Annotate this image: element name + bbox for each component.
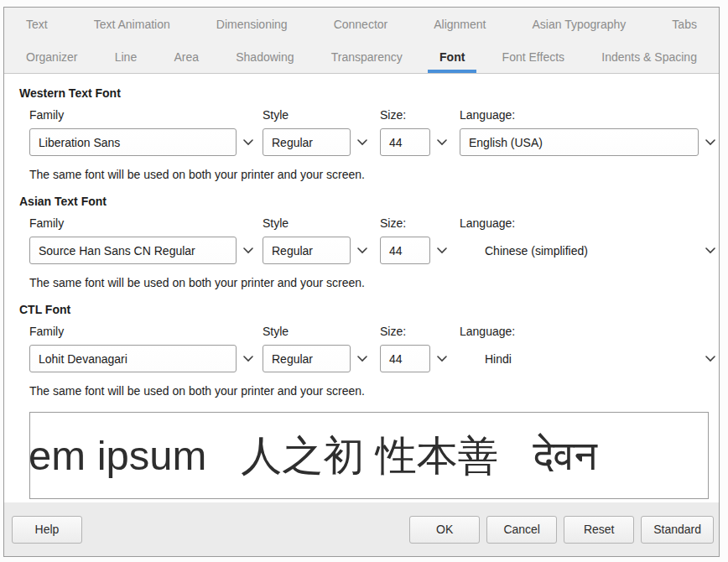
family-label: Family (29, 108, 64, 122)
tab-strip: Text Text Animation Dimensioning Connect… (4, 8, 719, 74)
section-ctl-font: CTL Font Family Style Size: Language: Lo… (19, 303, 704, 398)
ctl-language-value[interactable]: Hindi (460, 345, 699, 372)
size-label: Size: (380, 325, 406, 338)
western-family-combobox[interactable]: Liberation Sans (29, 128, 253, 156)
size-label: Size: (380, 216, 406, 230)
tab-line[interactable]: Line (113, 41, 138, 73)
asian-family-entry[interactable]: Source Han Sans CN Regular (29, 237, 237, 264)
chevron-down-icon[interactable] (243, 139, 253, 146)
labels-row: Family Style Size: Language: (19, 216, 704, 232)
asian-language-dropdown[interactable]: Chinese (simplified) (460, 237, 715, 264)
ctl-family-combobox[interactable]: Lohit Devanagari (29, 345, 253, 372)
style-label: Style (263, 108, 289, 122)
western-size-entry[interactable]: 44 (380, 128, 430, 156)
tab-font[interactable]: Font (438, 41, 466, 73)
style-label: Style (263, 325, 289, 338)
western-style-combobox[interactable]: Regular (263, 128, 367, 156)
font-tab-page: Western Text Font Family Style Size: Lan… (4, 74, 719, 502)
ctl-size-combobox[interactable]: 44 (380, 345, 447, 372)
footer-button-group: OK Cancel Reset Standard (409, 516, 714, 544)
reset-button[interactable]: Reset (564, 516, 634, 544)
western-language-combobox[interactable]: English (USA) (460, 128, 715, 156)
style-label: Style (263, 216, 289, 230)
help-button[interactable]: Help (12, 516, 82, 544)
section-asian-font: Asian Text Font Family Style Size: Langu… (19, 195, 704, 289)
ctl-style-combobox[interactable]: Regular (263, 345, 367, 372)
chevron-down-icon[interactable] (705, 139, 715, 146)
fields-row: Lohit Devanagari Regular 44 Hindi (19, 345, 704, 372)
western-size-combobox[interactable]: 44 (380, 128, 447, 156)
character-dialog: Text Text Animation Dimensioning Connect… (3, 7, 720, 557)
section-title: Western Text Font (19, 86, 704, 100)
tab-shadowing[interactable]: Shadowing (234, 41, 295, 73)
language-label: Language: (460, 325, 515, 338)
size-label: Size: (380, 108, 406, 122)
asian-language-value[interactable]: Chinese (simplified) (460, 237, 699, 264)
family-label: Family (29, 216, 64, 230)
tab-row-2: Organizer Line Area Shadowing Transparen… (4, 41, 719, 73)
tab-indents-spacing[interactable]: Indents & Spacing (600, 41, 699, 73)
fields-row: Liberation Sans Regular 44 English (USA) (19, 128, 704, 156)
ctl-size-entry[interactable]: 44 (380, 345, 430, 372)
asian-size-combobox[interactable]: 44 (380, 237, 447, 264)
ctl-language-dropdown[interactable]: Hindi (460, 345, 715, 372)
section-title: CTL Font (19, 303, 704, 316)
cancel-button[interactable]: Cancel (486, 516, 557, 544)
chevron-down-icon[interactable] (437, 139, 447, 146)
chevron-down-icon[interactable] (437, 247, 447, 254)
tab-connector[interactable]: Connector (332, 8, 390, 41)
font-preview-box: em ipsum 人之初 性本善 देवन (29, 412, 709, 499)
tab-dimensioning[interactable]: Dimensioning (215, 8, 289, 41)
western-style-entry[interactable]: Regular (263, 128, 351, 156)
asian-family-combobox[interactable]: Source Han Sans CN Regular (29, 237, 253, 264)
dialog-action-area: Help OK Cancel Reset Standard (4, 502, 719, 556)
section-title: Asian Text Font (19, 195, 704, 208)
language-label: Language: (460, 108, 515, 122)
tab-font-effects[interactable]: Font Effects (501, 41, 566, 73)
chevron-down-icon[interactable] (357, 356, 367, 362)
chevron-down-icon[interactable] (705, 247, 715, 254)
ok-button[interactable]: OK (409, 516, 480, 544)
tab-tabs[interactable]: Tabs (670, 8, 699, 41)
western-family-entry[interactable]: Liberation Sans (29, 128, 237, 156)
ctl-style-entry[interactable]: Regular (263, 345, 351, 372)
tab-text-animation[interactable]: Text Animation (92, 8, 172, 41)
tab-row-1: Text Text Animation Dimensioning Connect… (4, 8, 719, 41)
asian-size-entry[interactable]: 44 (380, 237, 430, 264)
tab-transparency[interactable]: Transparency (330, 41, 404, 73)
tab-text[interactable]: Text (24, 8, 49, 41)
labels-row: Family Style Size: Language: (19, 325, 704, 341)
western-language-entry[interactable]: English (USA) (460, 128, 699, 156)
tab-organizer[interactable]: Organizer (24, 41, 79, 73)
fields-row: Source Han Sans CN Regular Regular 44 Ch… (19, 237, 704, 264)
labels-row: Family Style Size: Language: (19, 108, 704, 124)
chevron-down-icon[interactable] (705, 356, 715, 362)
printer-screen-note: The same font will be used on both your … (29, 276, 704, 289)
section-western-font: Western Text Font Family Style Size: Lan… (19, 86, 704, 181)
chevron-down-icon[interactable] (243, 356, 253, 362)
asian-style-combobox[interactable]: Regular (263, 237, 367, 264)
font-preview-text: em ipsum 人之初 性本善 देवन (29, 435, 597, 476)
family-label: Family (29, 325, 64, 338)
ctl-family-entry[interactable]: Lohit Devanagari (29, 345, 237, 372)
language-label: Language: (460, 216, 515, 230)
asian-style-entry[interactable]: Regular (263, 237, 351, 264)
tab-asian-typography[interactable]: Asian Typography (531, 8, 628, 41)
chevron-down-icon[interactable] (357, 247, 367, 254)
standard-button[interactable]: Standard (641, 516, 714, 544)
chevron-down-icon[interactable] (357, 139, 367, 146)
printer-screen-note: The same font will be used on both your … (29, 168, 704, 181)
chevron-down-icon[interactable] (243, 247, 253, 254)
printer-screen-note: The same font will be used on both your … (29, 384, 704, 398)
chevron-down-icon[interactable] (437, 356, 447, 362)
tab-area[interactable]: Area (172, 41, 200, 73)
tab-alignment[interactable]: Alignment (432, 8, 487, 41)
